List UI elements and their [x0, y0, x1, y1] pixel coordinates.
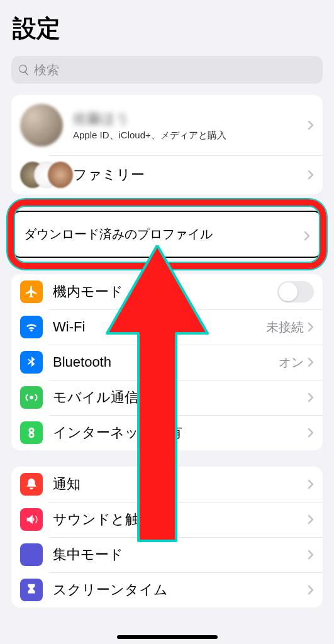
account-group: 佐藤ほう Apple ID、iCloud+、メディアと購入 ファミリー — [11, 95, 323, 194]
notifications-row[interactable]: 通知 — [11, 467, 323, 502]
wifi-label: Wi-Fi — [53, 319, 266, 335]
chevron-right-icon — [308, 392, 314, 402]
bluetooth-value: オン — [279, 354, 304, 371]
screentime-row[interactable]: スクリーンタイム — [11, 572, 323, 608]
family-row[interactable]: ファミリー — [11, 155, 323, 194]
speaker-icon — [20, 508, 43, 531]
notifications-label: 通知 — [53, 475, 308, 494]
moon-icon — [20, 543, 43, 566]
wifi-row[interactable]: Wi-Fi 未接続 — [11, 309, 323, 345]
focus-row[interactable]: 集中モード — [11, 537, 323, 572]
downloaded-profile-row[interactable]: ダウンロード済みのプロファイル — [13, 212, 321, 257]
chevron-right-icon — [308, 479, 314, 489]
family-avatars — [20, 162, 73, 188]
chevron-right-icon — [308, 170, 314, 180]
hotspot-row[interactable]: インターネット 有 — [11, 415, 323, 450]
hourglass-icon — [20, 579, 43, 601]
bluetooth-row[interactable]: Bluetooth オン — [11, 345, 323, 380]
airplane-mode-row[interactable]: 機内モード — [11, 274, 323, 309]
chevron-right-icon — [308, 322, 314, 332]
sounds-row[interactable]: サウンドと触覚 — [11, 502, 323, 537]
profile-group-highlight: ダウンロード済みのプロファイル — [11, 211, 323, 258]
chevron-right-icon — [308, 585, 314, 595]
chevron-right-icon — [308, 514, 314, 525]
wifi-value: 未接続 — [266, 319, 304, 336]
search-placeholder: 検索 — [34, 62, 59, 79]
bluetooth-label: Bluetooth — [53, 354, 279, 370]
chevron-right-icon — [308, 120, 314, 130]
chevron-right-icon — [304, 230, 310, 240]
search-icon — [18, 64, 30, 76]
family-label: ファミリー — [73, 165, 308, 184]
hotspot-label: インターネット 有 — [53, 423, 308, 442]
home-indicator[interactable] — [117, 635, 218, 639]
account-name: 佐藤ほう — [73, 109, 308, 128]
search-input[interactable]: 検索 — [11, 56, 323, 84]
bluetooth-icon — [20, 351, 43, 374]
airplane-icon — [20, 280, 43, 303]
airplane-toggle[interactable] — [277, 281, 314, 303]
hotspot-icon — [20, 421, 43, 444]
chevron-right-icon — [308, 357, 314, 367]
screentime-label: スクリーンタイム — [53, 580, 308, 599]
apple-id-row[interactable]: 佐藤ほう Apple ID、iCloud+、メディアと購入 — [11, 95, 323, 155]
chevron-right-icon — [308, 428, 314, 438]
avatar — [20, 104, 63, 147]
cellular-label: モバイル通信 — [53, 388, 308, 407]
general-group: 通知 サウンドと触覚 集中モード スクリーンタイム — [11, 467, 323, 608]
profile-label: ダウンロード済みのプロファイル — [24, 226, 304, 243]
header: 設定 — [0, 0, 334, 51]
wifi-icon — [20, 316, 43, 338]
cellular-icon — [20, 386, 43, 409]
bell-icon — [20, 473, 43, 496]
account-subtitle: Apple ID、iCloud+、メディアと購入 — [73, 130, 308, 142]
network-group: 機内モード Wi-Fi 未接続 Bluetooth オン モバイル通信 インター… — [11, 274, 323, 450]
cellular-row[interactable]: モバイル通信 — [11, 380, 323, 415]
sounds-label: サウンドと触覚 — [53, 510, 308, 529]
focus-label: 集中モード — [53, 545, 308, 564]
page-title: 設定 — [13, 13, 321, 45]
airplane-label: 機内モード — [53, 282, 277, 301]
chevron-right-icon — [308, 550, 314, 560]
